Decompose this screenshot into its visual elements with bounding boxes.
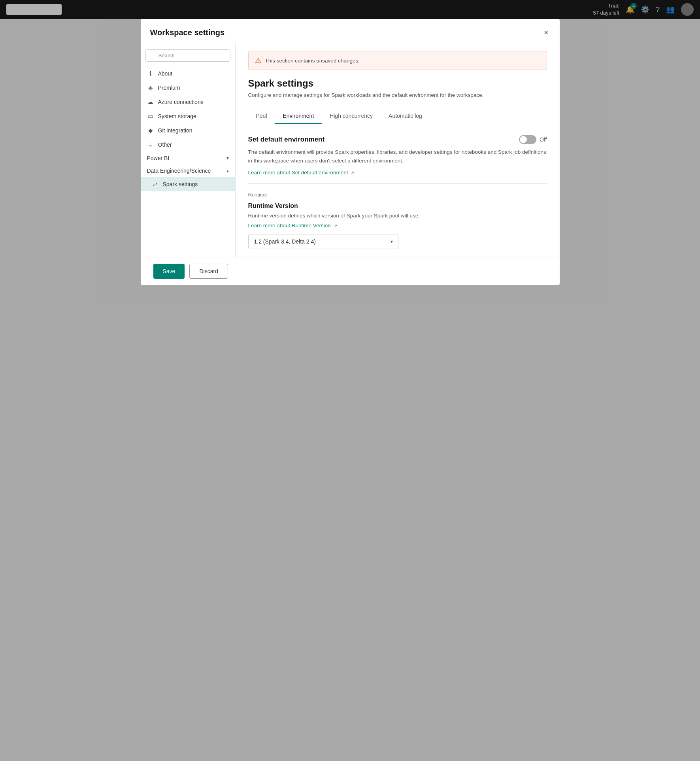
modal-overlay: Workspace settings × 🔍 ℹ About — [0, 0, 700, 19]
